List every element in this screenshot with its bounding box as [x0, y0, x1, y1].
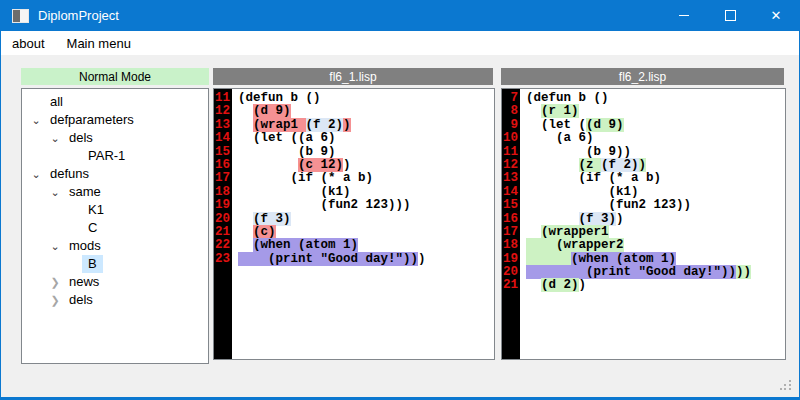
tree-item-label: defparameters [44, 111, 140, 129]
line-number: 13 [214, 119, 232, 132]
code-line: 16 (c 12)) [214, 159, 494, 172]
tree-item-label: PAR-1 [82, 147, 131, 165]
tree-item-label: dels [63, 291, 99, 309]
code-text: (wrapper1 [520, 226, 609, 239]
code-text: (defun b () [520, 92, 609, 105]
line-number: 10 [502, 132, 520, 145]
code-line: 19 (when (atom 1) [502, 253, 785, 266]
code-line: 15 (fun2 123)) [502, 199, 785, 212]
code-line: 19 (fun2 123))) [214, 199, 494, 212]
code-text: (fun2 123)) [520, 199, 691, 212]
line-number: 16 [502, 213, 520, 226]
close-icon: ✕ [771, 9, 782, 22]
code-text: (let ((d 9) [520, 119, 624, 132]
line-number: 21 [502, 279, 520, 292]
minimize-button[interactable] [661, 0, 707, 31]
tree-item-all[interactable]: all [22, 93, 208, 111]
window-title: DiplomProject [38, 8, 119, 23]
code-line: 13 (if (* a b) [502, 172, 785, 185]
line-number: 12 [214, 105, 232, 118]
code-line: 9 (let ((d 9) [502, 119, 785, 132]
tree-item-label: C [82, 219, 103, 237]
tree-item-c[interactable]: C [22, 219, 208, 237]
tree-item-b[interactable]: B [22, 255, 208, 273]
code-text: (print "Good day!"))) [232, 253, 426, 266]
tree-item-label: same [63, 183, 107, 201]
code-text: (c) [232, 226, 276, 239]
line-number: 14 [502, 186, 520, 199]
code-panel-1[interactable]: 11(defun b ()12 (d 9)13 (wrap1 (f 2))14 … [213, 88, 495, 360]
line-number: 18 [502, 239, 520, 252]
code-text: (when (atom 1) [232, 239, 358, 252]
line-number: 18 [214, 186, 232, 199]
maximize-button[interactable] [707, 0, 753, 31]
tree-item-defparameters[interactable]: ⌄defparameters [22, 111, 208, 129]
tree-item-label: B [82, 255, 103, 273]
code-text: (wrap1 (f 2)) [232, 119, 351, 132]
maximize-icon [725, 10, 736, 21]
code-line: 13 (wrap1 (f 2)) [214, 119, 494, 132]
code-text: (a 6) [520, 132, 594, 145]
line-number: 23 [214, 253, 232, 266]
code-line: 14 (let ((a 6) [214, 132, 494, 145]
tree-item-dels[interactable]: ❯dels [22, 291, 208, 309]
code-line: 10 (a 6) [502, 132, 785, 145]
code-text: (f 3)) [520, 213, 624, 226]
code-line: 17 (wrapper1 [502, 226, 785, 239]
line-number: 13 [502, 172, 520, 185]
tree-item-label: mods [63, 237, 107, 255]
code-line: 14 (k1) [502, 186, 785, 199]
code-text: (f 3) [232, 213, 291, 226]
code-line: 11(defun b () [214, 92, 494, 105]
line-number: 7 [502, 92, 520, 105]
code-text: (k1) [232, 186, 351, 199]
resize-grip-icon[interactable] [780, 380, 793, 393]
tree-item-mods[interactable]: ⌄mods [22, 237, 208, 255]
code-text: (let ((a 6) [232, 132, 336, 145]
code-line: 18 (k1) [214, 186, 494, 199]
code-text: (k1) [520, 186, 639, 199]
code-text: (b 9)) [520, 146, 631, 159]
line-number: 20 [214, 213, 232, 226]
tree-item-k1[interactable]: K1 [22, 201, 208, 219]
chevron-right-icon[interactable]: ❯ [47, 291, 63, 309]
tree-item-par-1[interactable]: PAR-1 [22, 147, 208, 165]
tree-item-label: news [63, 273, 105, 291]
file-header-2: fl6_2.lisp [501, 68, 784, 85]
app-window: DiplomProject ✕ about Main menu Normal M… [0, 0, 800, 400]
line-number: 20 [502, 266, 520, 279]
mode-banner: Normal Mode [21, 68, 209, 85]
tree-item-label: K1 [82, 201, 110, 219]
line-number: 14 [214, 132, 232, 145]
menu-item-about[interactable]: about [1, 32, 56, 55]
code-panel-2[interactable]: 7(defun b ()8 (r 1)9 (let ((d 9)10 (a 6)… [501, 88, 786, 360]
chevron-right-icon[interactable]: ❯ [47, 273, 63, 291]
tree-item-news[interactable]: ❯news [22, 273, 208, 291]
code-text: (fun2 123))) [232, 199, 411, 212]
tree-panel[interactable]: all⌄defparameters⌄delsPAR-1⌄defuns⌄sameK… [21, 88, 209, 364]
tree-item-same[interactable]: ⌄same [22, 183, 208, 201]
chevron-down-icon[interactable]: ⌄ [47, 237, 63, 255]
tree-item-label: all [44, 93, 69, 111]
code-text: (wrapper2 [520, 239, 624, 252]
tree-item-label: defuns [44, 165, 95, 183]
chevron-down-icon[interactable]: ⌄ [47, 129, 63, 147]
line-number: 11 [214, 92, 232, 105]
chevron-down-icon[interactable]: ⌄ [47, 183, 63, 201]
menu-bar: about Main menu [1, 31, 799, 55]
code-text: (c 12)) [232, 159, 351, 172]
chevron-down-icon[interactable]: ⌄ [28, 111, 44, 129]
tree-item-dels[interactable]: ⌄dels [22, 129, 208, 147]
code-line: 20 (print "Good day!")))) [502, 266, 785, 279]
code-line: 7(defun b () [502, 92, 785, 105]
line-number: 12 [502, 159, 520, 172]
menu-item-main-menu[interactable]: Main menu [56, 32, 142, 55]
code-line: 20 (f 3) [214, 213, 494, 226]
file-header-1: fl6_1.lisp [213, 68, 493, 85]
line-number: 15 [214, 146, 232, 159]
app-icon [12, 9, 29, 23]
chevron-down-icon[interactable]: ⌄ [28, 165, 44, 183]
line-number: 19 [214, 199, 232, 212]
close-button[interactable]: ✕ [753, 0, 799, 31]
tree-item-defuns[interactable]: ⌄defuns [22, 165, 208, 183]
